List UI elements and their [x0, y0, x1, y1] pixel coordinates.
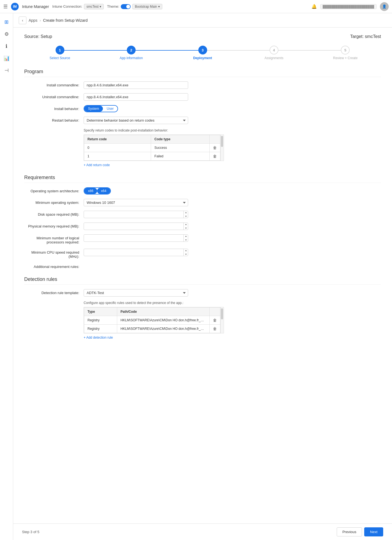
detection-template-control: ADTK-Test: [84, 289, 188, 297]
disk-space-label: Disk space required (MB):: [24, 211, 79, 216]
previous-button[interactable]: Previous: [337, 527, 362, 536]
sidebar-item-import[interactable]: ⊣: [1, 65, 12, 76]
notification-bell-icon[interactable]: 🔔: [311, 4, 317, 9]
physical-mem-input[interactable]: [84, 223, 188, 230]
step-circle-3: 3: [198, 46, 207, 54]
delete-row-button[interactable]: 🗑: [213, 154, 217, 158]
detection-type-cell: Registry: [84, 325, 117, 333]
import-icon: ⊣: [4, 67, 9, 73]
restart-behavior-select[interactable]: Determine behavior based on return codes: [84, 117, 188, 124]
os-arch-control: x86 x64: [84, 187, 188, 194]
physical-mem-down-arrow[interactable]: ▼: [184, 226, 188, 230]
breadcrumb-parent[interactable]: Apps: [29, 18, 37, 23]
info-icon: ℹ: [6, 43, 7, 49]
disk-space-down-arrow[interactable]: ▼: [184, 215, 188, 218]
install-cmd-control: [84, 81, 188, 89]
program-section: Program Install commandline: Uninstall c…: [24, 69, 381, 167]
delete-detection-row-button[interactable]: 🗑: [213, 327, 217, 331]
detection-rules-table: Type Path/Code Registry HKLM\SOFTWARE\Az…: [84, 307, 220, 333]
disk-space-input[interactable]: [84, 211, 188, 218]
back-button[interactable]: ‹: [19, 17, 26, 24]
min-cpu-control: ▲ ▼: [84, 249, 188, 256]
wizard-step-3: 3 Deployment: [167, 46, 238, 60]
return-codes-table: Return code Code type 0 Success 🗑 1: [84, 135, 220, 161]
chart-icon: 📊: [4, 55, 10, 61]
return-code-cell: 0: [84, 144, 151, 152]
disk-space-input-wrap: ▲ ▼: [84, 211, 188, 218]
step-label-2: App information: [120, 56, 143, 60]
install-cmd-label: Install commandline:: [24, 81, 79, 87]
install-behavior-label: Install behavior:: [24, 105, 79, 111]
bottom-actions: Previous Next: [337, 527, 383, 536]
theme-name[interactable]: Bootstrap Main ▾: [132, 4, 162, 9]
min-processors-down-arrow[interactable]: ▼: [184, 238, 188, 242]
install-cmd-input[interactable]: [84, 81, 188, 89]
sidebar-item-info[interactable]: ℹ: [1, 41, 12, 52]
connection-value[interactable]: smcTest ▾: [84, 4, 104, 9]
os-arch-x86-btn[interactable]: x86: [84, 188, 97, 194]
breadcrumb-bar: ‹ Apps › Create from Setup Wizard: [13, 13, 392, 28]
requirements-section-title: Requirements: [24, 175, 381, 183]
source-target-header: Source: Setup Target: smcTest: [24, 34, 381, 39]
app-title: Intune Manager: [22, 4, 49, 9]
install-behavior-system-btn[interactable]: System: [84, 106, 103, 112]
min-cpu-down-arrow[interactable]: ▼: [184, 253, 188, 256]
min-processors-up-arrow[interactable]: ▲: [184, 234, 188, 238]
min-os-row: Minimum operating system: Windows 10 160…: [24, 199, 381, 206]
detection-type-cell: Registry: [84, 316, 117, 325]
sidebar-item-grid[interactable]: ⊞: [1, 17, 12, 28]
table-scrollbar: [220, 135, 224, 161]
next-button[interactable]: Next: [364, 527, 383, 536]
detection-rules-title: Detection rules: [24, 276, 381, 285]
detection-path-cell: HKLM\SOFTWARE\Azure\CM\Don HO don.h@free…: [117, 325, 210, 333]
code-type-col-header: Code type: [151, 135, 210, 144]
install-behavior-row: Install behavior: System User: [24, 105, 381, 112]
min-processors-label: Minimum number of logical processors req…: [24, 234, 79, 244]
path-code-col-header: Path/Code: [117, 308, 210, 316]
return-code-cell: 1: [84, 152, 151, 161]
avatar[interactable]: 👤: [380, 2, 389, 11]
sidebar-item-chart[interactable]: 📊: [1, 53, 12, 64]
disk-space-row: Disk space required (MB): ▲ ▼: [24, 211, 381, 218]
min-processors-arrows: ▲ ▼: [183, 234, 188, 242]
table-row: 0 Success 🗑: [84, 144, 220, 152]
detection-path-cell: HKLM\SOFTWARE\Azure\CM\Don HO don.h@free…: [117, 316, 210, 325]
min-cpu-row: Minimum CPU speed required (MHz): ▲ ▼: [24, 249, 381, 259]
install-behavior-user-btn[interactable]: User: [103, 106, 117, 112]
delete-row-button[interactable]: 🗑: [213, 146, 217, 150]
disk-space-control: ▲ ▼: [84, 211, 188, 218]
physical-mem-control: ▲ ▼: [84, 223, 188, 230]
url-display: ████████████████████████: [320, 4, 377, 9]
detection-rules-section: Detection rules Detection rule template:…: [24, 276, 381, 339]
physical-mem-up-arrow[interactable]: ▲: [184, 223, 188, 226]
uninstall-cmd-input[interactable]: [84, 93, 188, 101]
add-return-code-button[interactable]: + Add return code: [84, 163, 110, 167]
sidebar-item-settings[interactable]: ⚙: [1, 29, 12, 40]
return-codes-table-wrap: Return code Code type 0 Success 🗑 1: [84, 135, 224, 161]
install-cmd-row: Install commandline:: [24, 81, 381, 89]
detection-template-row: Detection rule template: ADTK-Test: [24, 289, 381, 297]
hamburger-icon[interactable]: ☰: [3, 4, 8, 10]
main-content: ‹ Apps › Create from Setup Wizard Source…: [13, 13, 392, 540]
min-os-select[interactable]: Windows 10 1607: [84, 199, 188, 206]
delete-detection-row-button[interactable]: 🗑: [213, 318, 217, 322]
detection-template-label: Detection rule template:: [24, 289, 79, 295]
theme-toggle[interactable]: [121, 4, 131, 9]
min-cpu-up-arrow[interactable]: ▲: [184, 249, 188, 253]
theme-section: Theme: Bootstrap Main ▾: [107, 4, 162, 9]
os-arch-x64-btn[interactable]: x64: [97, 188, 110, 194]
disk-space-up-arrow[interactable]: ▲: [184, 211, 188, 215]
min-cpu-input[interactable]: [84, 249, 188, 256]
physical-mem-input-wrap: ▲ ▼: [84, 223, 188, 230]
uninstall-cmd-label: Uninstall commandline:: [24, 93, 79, 99]
scrollbar-thumb: [221, 136, 223, 147]
target-label: Target: smcTest: [350, 34, 381, 39]
code-type-cell: Success: [151, 144, 210, 152]
detection-template-select[interactable]: ADTK-Test: [84, 289, 188, 297]
min-processors-input[interactable]: [84, 234, 188, 242]
wizard-step-5: 5 Review + Create: [310, 46, 381, 60]
step-label-5: Review + Create: [333, 56, 358, 60]
add-detection-rule-button[interactable]: + Add detection rule: [84, 336, 113, 339]
additional-rules-label: Additional requirement rules:: [24, 263, 79, 269]
avatar-icon: 👤: [382, 4, 386, 9]
